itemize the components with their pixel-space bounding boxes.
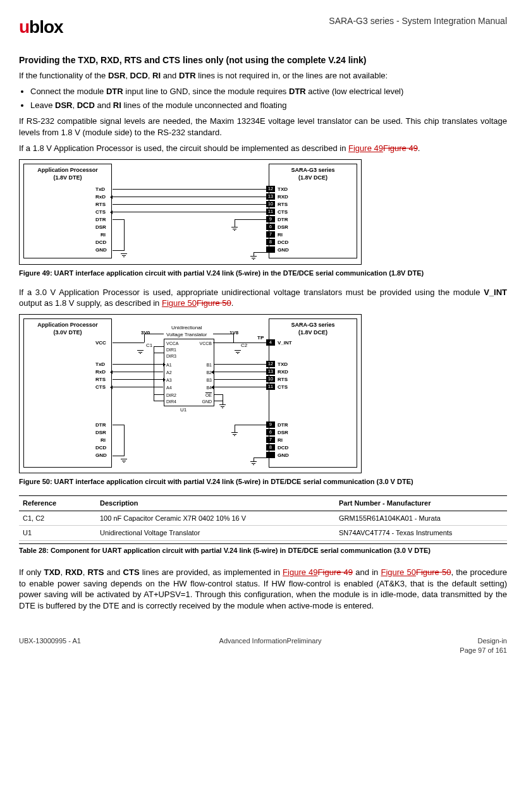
voltage-translator-chip: VCCA VCCB DIR1 DIR3 A1 B1 A2 B2 A3 B3 A4… — [164, 339, 214, 406]
pin-name: DCD — [278, 239, 288, 246]
wire — [223, 394, 223, 404]
ap-signal: RxD — [95, 369, 106, 376]
wire — [154, 353, 164, 353]
wire — [154, 346, 154, 401]
figure-49-link[interactable]: Figure 49 — [283, 567, 318, 577]
pin-name: V_INT — [278, 340, 292, 347]
pin-number: 6 — [266, 429, 275, 435]
ap-title: Application Processor (1.8V DTE) — [27, 166, 109, 181]
ap-signal: DSR — [95, 224, 106, 231]
wire — [144, 334, 164, 334]
translator-label: Unidirectional Voltage Translator — [166, 325, 207, 339]
chip-pin: VCCB — [200, 341, 212, 346]
footer-left: UBX-13000995 - A1 — [19, 636, 81, 655]
wire — [235, 219, 235, 227]
c2-label: C2 — [241, 342, 247, 349]
bullet-list: Connect the module DTR input line to GND… — [30, 86, 507, 111]
pin-number: 7 — [266, 437, 275, 443]
table-28-caption: Table 28: Component for UART application… — [19, 543, 507, 555]
ground-icon — [231, 227, 238, 233]
pin-number: 4 — [266, 339, 275, 346]
table-row: C1, C2 100 nF Capacitor Ceramic X7R 0402… — [19, 511, 507, 526]
figure-50-diagram: Application Processor (3.0V DTE) SARA-G3… — [19, 314, 507, 473]
chip-pin: DIR4 — [166, 399, 176, 404]
wire — [233, 334, 234, 342]
pin-number: 8 — [266, 444, 275, 451]
pin-name: DTR — [278, 217, 288, 224]
pin-name: GND — [278, 452, 289, 459]
chip-pin: A3 — [166, 377, 172, 383]
pin-name: CTS — [278, 209, 288, 216]
chip-pin: B3 — [206, 377, 212, 383]
chip-pin: DIR2 — [166, 392, 176, 398]
ap-signal: DTR — [95, 217, 106, 224]
pin-number: 13 — [266, 193, 275, 200]
chip-pin: A2 — [166, 370, 172, 375]
ap-signal: CTS — [95, 384, 106, 391]
ap-signal: RI — [101, 437, 106, 444]
ground-icon — [250, 256, 257, 262]
figure-49-caption: Figure 49: UART interface application ci… — [19, 269, 507, 278]
page-header: ublox SARA-G3 series - System Integratio… — [19, 15, 507, 39]
figure-50-link[interactable]: Figure 50 — [381, 567, 416, 577]
wire — [113, 204, 266, 205]
chip-pin: B1 — [206, 362, 212, 368]
ground-icon — [250, 461, 257, 467]
table-cell: U1 — [19, 526, 96, 541]
footer-right: Design-in Page 97 of 161 — [460, 636, 507, 655]
final-paragraph: If only TXD, RXD, RTS and CTS lines are … — [19, 567, 507, 611]
wire — [214, 387, 266, 387]
pin-number: 11 — [266, 384, 275, 390]
wire — [144, 334, 145, 342]
figure-49-strike: Figure 49 — [318, 567, 353, 577]
wire — [113, 372, 163, 372]
wire — [213, 342, 266, 343]
figure-49-link[interactable]: Figure 49 — [348, 143, 383, 153]
figure-49-strike: Figure 49 — [383, 143, 418, 153]
figure-49-diagram: Application Processor (1.8V DTE) SARA-G3… — [19, 159, 507, 265]
fig49-lead-paragraph: If a 1.8 V Application Processor is used… — [19, 143, 507, 154]
chip-pin: GND — [202, 399, 212, 404]
wire — [124, 425, 125, 456]
footer-right-bottom: Page 97 of 161 — [460, 646, 507, 655]
wire — [113, 425, 124, 425]
figure-50-strike: Figure 50 — [416, 567, 451, 577]
pin-number: 10 — [266, 201, 275, 207]
section-heading: Providing the TXD, RXD, RTS and CTS line… — [19, 54, 507, 66]
ground-icon — [121, 253, 127, 259]
pin-number: 9 — [266, 216, 275, 222]
pin-number: 12 — [266, 361, 275, 367]
wire — [214, 379, 266, 380]
pin-name: RI — [278, 232, 283, 239]
pin-name: RXD — [278, 194, 288, 201]
text-run: and in — [353, 567, 381, 577]
pin-number: 12 — [266, 186, 275, 192]
wire — [124, 219, 125, 251]
wire — [214, 372, 266, 372]
ap-signal: DCD — [95, 239, 106, 246]
table-cell: Unidirectional Voltage Translator — [96, 526, 335, 541]
ground-icon — [231, 432, 238, 438]
pin-name: RTS — [278, 377, 288, 384]
pin-name: TXD — [278, 186, 288, 193]
components-table: Reference Description Part Number - Manu… — [19, 495, 507, 542]
wire — [113, 250, 124, 251]
wire — [113, 219, 124, 220]
pin-name: CTS — [278, 384, 288, 391]
pin-number — [266, 246, 275, 253]
wire — [213, 334, 233, 334]
chip-pin: DIR3 — [166, 353, 176, 359]
pin-number: 9 — [266, 421, 275, 428]
wire — [113, 364, 163, 365]
chip-pin: OE — [205, 392, 212, 398]
figure-50-link[interactable]: Figure 50 — [162, 298, 197, 308]
ap-signal: GND — [95, 247, 107, 254]
ap-signal: CTS — [95, 209, 106, 216]
ap-title: Application Processor (3.0V DTE) — [27, 321, 109, 336]
pin-name: DTR — [278, 422, 288, 429]
wire — [154, 346, 164, 347]
ap-signal: RTS — [95, 377, 106, 384]
ap-signal: TxD — [95, 186, 105, 193]
text-bold: TXD — [44, 567, 60, 577]
text-bold: CTS — [123, 567, 140, 577]
